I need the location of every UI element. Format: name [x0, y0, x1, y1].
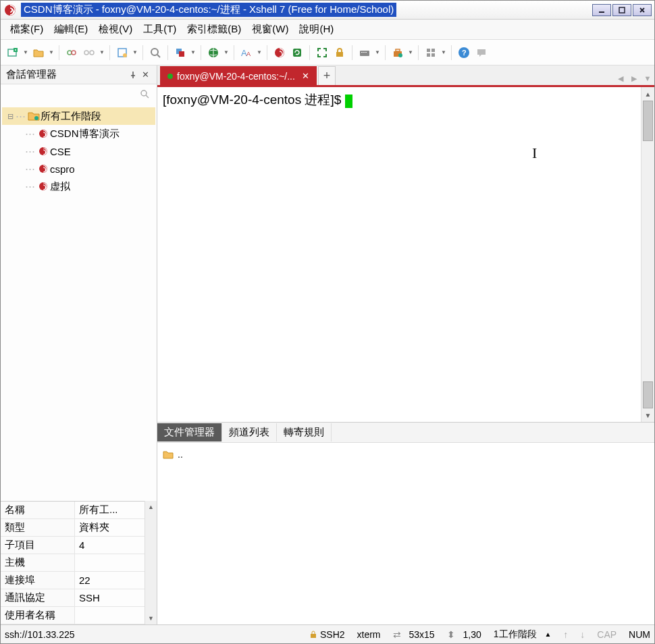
separator: [234, 45, 234, 60]
maximize-button[interactable]: [612, 4, 631, 16]
briefcase-icon[interactable]: [390, 45, 406, 61]
tab-file-manager[interactable]: 文件管理器: [157, 423, 222, 441]
prop-value: 所有工...: [75, 502, 145, 518]
separator: [267, 45, 267, 60]
svg-point-38: [39, 182, 47, 190]
separator: [201, 45, 201, 60]
copy-icon[interactable]: [172, 45, 188, 61]
svg-text:?: ?: [462, 49, 467, 57]
status-down-icon: ↓: [580, 629, 585, 640]
dropdown-icon[interactable]: ▼: [132, 49, 138, 55]
disconnect-icon[interactable]: [81, 45, 97, 61]
menu-window[interactable]: 視窗(W): [246, 21, 294, 38]
svg-rect-30: [431, 53, 435, 57]
open-folder-icon[interactable]: [30, 45, 47, 61]
session-label: CSE: [50, 146, 71, 157]
text-cursor-icon: I: [532, 144, 537, 162]
panel-close-icon[interactable]: ✕: [139, 69, 151, 81]
menu-help[interactable]: 說明(H): [294, 21, 339, 38]
new-tab-button[interactable]: +: [318, 66, 336, 85]
session-tabs: foxny@VM-20-4-centos:~/... ✕ + ◀ ▶ ▼: [157, 65, 654, 87]
properties-icon[interactable]: [114, 45, 130, 61]
properties-grid: 名稱所有工... 類型資料夾 子項目4 主機 連接埠22 通訊協定SSH 使用者…: [1, 501, 157, 624]
scroll-thumb[interactable]: [643, 101, 653, 141]
minimize-button[interactable]: [592, 4, 611, 16]
close-button[interactable]: [633, 4, 652, 16]
status-protocol: SSH2: [309, 629, 345, 640]
keyboard-icon[interactable]: [357, 45, 373, 61]
session-item[interactable]: ⋯ CSDN博客演示: [2, 125, 155, 142]
link-icon[interactable]: [63, 45, 80, 61]
svg-rect-20: [360, 51, 369, 56]
search-icon[interactable]: [139, 88, 151, 101]
prop-value: 22: [75, 572, 145, 589]
font-icon[interactable]: AA: [238, 45, 255, 61]
separator: [352, 45, 352, 60]
tab-menu-icon[interactable]: ▼: [641, 72, 654, 85]
dropdown-icon[interactable]: ▼: [48, 49, 55, 55]
menu-edit[interactable]: 編輯(E): [49, 21, 93, 38]
tab-active-session[interactable]: foxny@VM-20-4-centos:~/... ✕: [160, 66, 317, 85]
dropdown-icon[interactable]: ▼: [22, 49, 29, 55]
dropdown-icon[interactable]: ▼: [256, 49, 263, 55]
dropdown-icon[interactable]: ▼: [407, 49, 414, 55]
scroll-down-icon[interactable]: ▼: [145, 612, 157, 624]
dropdown-icon[interactable]: ▼: [190, 49, 196, 55]
help-icon[interactable]: ?: [456, 45, 472, 61]
session-tree[interactable]: ⊟ ⋯ 所有工作階段 ⋯ CSDN博客演示 ⋯ CSE ⋯ cspro: [1, 105, 157, 501]
menu-file[interactable]: 檔案(F): [5, 21, 49, 38]
terminal-scrollbar[interactable]: ▲ ▼: [641, 87, 654, 422]
scroll-up-icon[interactable]: ▲: [145, 501, 157, 513]
terminal[interactable]: [foxny@VM-20-4-centos 进程]$: [157, 87, 641, 422]
file-manager[interactable]: ..: [157, 442, 654, 624]
tab-channel-list[interactable]: 頻道列表: [222, 423, 277, 441]
svg-rect-13: [179, 51, 184, 57]
grid-icon[interactable]: [423, 45, 439, 61]
svg-point-26: [398, 53, 402, 57]
pin-icon[interactable]: [127, 69, 139, 81]
menu-tools[interactable]: 工具(T): [138, 21, 182, 38]
lock-icon[interactable]: [332, 45, 348, 61]
terminal-cursor: [345, 95, 352, 108]
prop-row: 連接埠22: [1, 572, 145, 589]
scroll-up-icon[interactable]: ▲: [641, 87, 654, 101]
chat-icon[interactable]: [473, 45, 490, 61]
svg-point-34: [34, 116, 38, 120]
swirl-red-icon[interactable]: [271, 45, 288, 61]
dropdown-icon[interactable]: ▼: [99, 49, 105, 55]
session-item[interactable]: ⋯ CSE: [2, 142, 155, 160]
svg-rect-29: [427, 53, 430, 57]
tab-next-icon[interactable]: ▶: [627, 72, 641, 85]
menu-view[interactable]: 檢視(V): [93, 21, 138, 38]
toolbar: ▼ ▼ ▼ ▼ ▼ ▼ AA ▼ ▼ ▼ ▼ ?: [1, 40, 654, 65]
scroll-down-icon[interactable]: ▼: [641, 408, 654, 422]
session-item[interactable]: ⋯ cspro: [2, 160, 155, 178]
app-logo-icon: [3, 3, 17, 17]
tab-prev-icon[interactable]: ◀: [614, 72, 627, 85]
prop-key: 通訊協定: [1, 589, 75, 606]
status-sessions[interactable]: 1工作階段 ▲: [494, 628, 552, 641]
scroll-thumb[interactable]: [643, 381, 653, 408]
globe-icon[interactable]: [205, 45, 221, 61]
bottom-tabs: 文件管理器 頻道列表 轉寄規則: [157, 422, 654, 442]
svg-rect-39: [311, 634, 316, 638]
tab-close-icon[interactable]: ✕: [302, 71, 309, 81]
collapse-icon[interactable]: ⊟: [5, 112, 16, 121]
file-up-row[interactable]: ..: [163, 447, 649, 462]
tree-root[interactable]: ⊟ ⋯ 所有工作階段: [2, 107, 155, 125]
properties-scrollbar[interactable]: ▲ ▼: [145, 501, 157, 624]
statusbar: ssh://101.33.225 SSH2 xterm ⇄ 53x15 ⬍ 1,…: [1, 624, 654, 643]
svg-point-11: [151, 49, 158, 55]
new-session-icon[interactable]: [5, 45, 21, 61]
dropdown-icon[interactable]: ▼: [223, 49, 230, 55]
separator: [309, 45, 310, 60]
status-cap: CAP: [597, 629, 617, 640]
search-toolbar-icon[interactable]: [147, 45, 163, 61]
session-item[interactable]: ⋯ 虚拟: [2, 178, 155, 195]
menu-bookmarks[interactable]: 索引標籤(B): [182, 21, 246, 38]
dropdown-icon[interactable]: ▼: [440, 49, 447, 55]
tab-forwarding[interactable]: 轉寄規則: [277, 423, 332, 441]
fullscreen-icon[interactable]: [314, 45, 330, 61]
dropdown-icon[interactable]: ▼: [374, 49, 381, 55]
refresh-icon[interactable]: [289, 45, 305, 61]
